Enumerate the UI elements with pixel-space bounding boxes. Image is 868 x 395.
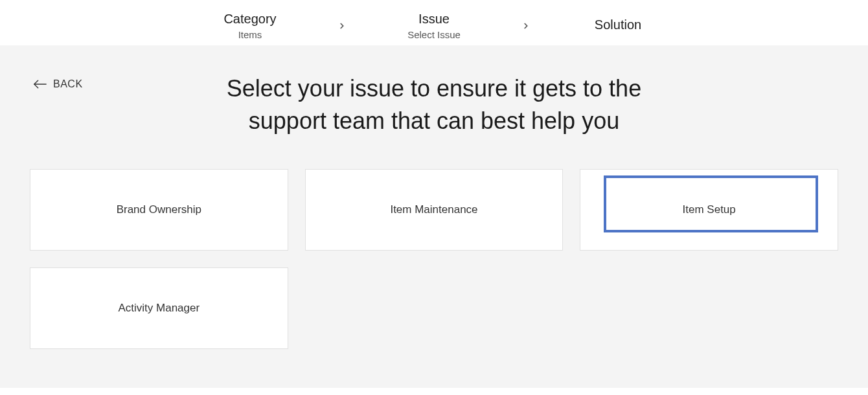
main-panel: BACK Select your issue to ensure it gets…: [0, 45, 868, 388]
back-label: BACK: [53, 78, 83, 90]
breadcrumb-title: Solution: [595, 17, 641, 32]
breadcrumb-subtitle: Select Issue: [407, 29, 461, 40]
issue-grid: Brand Ownership Item Maintenance Item Se…: [30, 169, 838, 349]
breadcrumb-step-issue[interactable]: Issue Select Issue: [385, 12, 483, 40]
breadcrumb: Category Items Issue Select Issue Soluti…: [0, 0, 868, 45]
issue-card-label: Item Maintenance: [390, 203, 477, 216]
breadcrumb-step-category[interactable]: Category Items: [201, 12, 299, 40]
issue-card-item-maintenance[interactable]: Item Maintenance: [305, 169, 564, 251]
back-button[interactable]: BACK: [34, 78, 83, 91]
issue-card-label: Item Setup: [683, 203, 736, 216]
chevron-right-icon: [521, 19, 531, 33]
issue-card-item-setup[interactable]: Item Setup: [580, 169, 838, 251]
breadcrumb-title: Issue: [418, 12, 450, 27]
issue-card-label: Brand Ownership: [117, 203, 201, 216]
breadcrumb-step-solution[interactable]: Solution: [569, 17, 667, 35]
issue-card-label: Activity Manager: [118, 302, 200, 315]
page-title: Select your issue to ensure it gets to t…: [188, 73, 680, 138]
issue-card-brand-ownership[interactable]: Brand Ownership: [30, 169, 288, 251]
breadcrumb-subtitle: Items: [238, 29, 262, 40]
chevron-right-icon: [337, 19, 347, 33]
breadcrumb-title: Category: [223, 12, 276, 27]
issue-card-activity-manager[interactable]: Activity Manager: [30, 267, 288, 349]
arrow-left-icon: [34, 78, 47, 91]
